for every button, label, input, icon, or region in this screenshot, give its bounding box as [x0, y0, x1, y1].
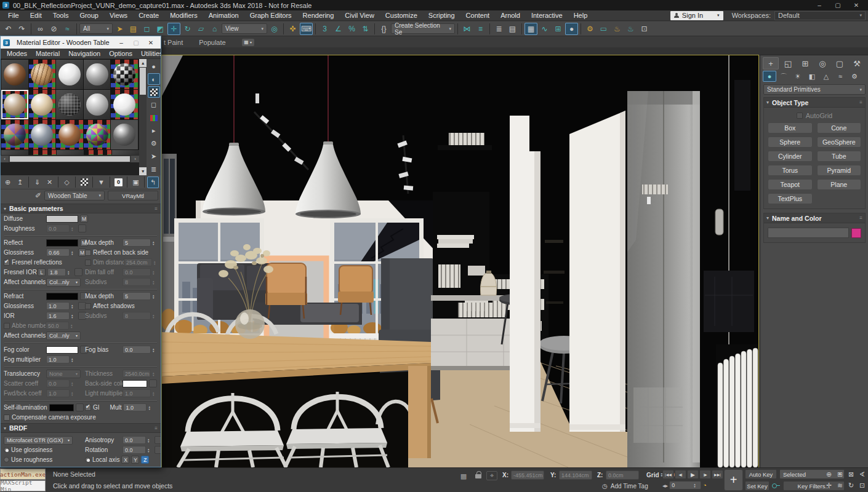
tab-object-paint[interactable]: t Paint — [164, 39, 183, 46]
axis-y-button[interactable]: Y — [131, 456, 139, 464]
geosphere-button[interactable]: GeoSphere — [817, 137, 862, 148]
rectangular-selection-icon[interactable]: ◻ — [140, 23, 153, 35]
material-sample-slot-selected[interactable] — [1, 90, 28, 119]
abbe-checkbox[interactable] — [4, 323, 10, 329]
box-button[interactable]: Box — [768, 122, 813, 133]
field-of-view-icon[interactable]: ∢ — [857, 469, 867, 480]
maxscript-mini-button[interactable]: MAXScript Min — [0, 480, 46, 491]
percent-snap-icon[interactable]: % — [345, 23, 358, 35]
white-wall-right[interactable] — [569, 111, 625, 432]
options-icon[interactable]: ⚙ — [148, 138, 160, 149]
zoom-all-icon[interactable]: ⊞ — [835, 469, 845, 480]
minimize-icon[interactable]: – — [114, 38, 129, 47]
select-object-icon[interactable]: ➤ — [113, 23, 126, 35]
material-sample-slot[interactable] — [84, 90, 111, 119]
menu-help[interactable]: Help — [568, 12, 593, 19]
restore-icon[interactable]: ▢ — [129, 38, 143, 47]
named-selection-dropdown[interactable]: Create Selection Se▾ — [391, 23, 455, 34]
ribbon-config-icon[interactable]: ▦▾ — [242, 39, 254, 46]
fog-bias-field[interactable]: 0.0 — [123, 346, 151, 354]
eyedropper-icon[interactable]: ✐ — [35, 191, 41, 200]
bind-spacewarp-icon[interactable]: ≈ — [61, 23, 74, 35]
isolate-selection-icon[interactable]: ▩ — [458, 471, 469, 481]
primitive-category-dropdown[interactable]: Standard Primitives▾ — [763, 84, 866, 95]
scrollbar-thumb[interactable] — [10, 156, 130, 162]
sample-vertical-scrollbar[interactable]: ▲ ▼ — [139, 59, 147, 175]
menu-graph-editors[interactable]: Graph Editors — [244, 12, 297, 19]
material-editor-icon[interactable]: ● — [565, 23, 578, 35]
lock-selection-icon[interactable] — [475, 471, 482, 479]
select-and-scale-icon[interactable]: ▱ — [195, 23, 207, 35]
fog-multiplier-field[interactable]: 1.0 — [46, 355, 70, 363]
workspace-dropdown[interactable]: Default ▾ — [774, 11, 866, 20]
set-keys-button[interactable]: + — [724, 469, 743, 491]
diffuse-map-button[interactable]: M — [80, 215, 88, 223]
activeshade-icon[interactable]: ⊡ — [638, 23, 651, 35]
snap-3d-icon[interactable]: 3 — [318, 23, 331, 35]
menu-tools[interactable]: Tools — [47, 12, 74, 19]
sphere-button[interactable]: Sphere — [768, 137, 813, 148]
menu-edit[interactable]: Edit — [25, 12, 47, 19]
auto-key-button[interactable]: Auto Key — [745, 469, 777, 479]
diffuse-color-swatch[interactable] — [46, 215, 78, 223]
gi-checkbox[interactable] — [85, 405, 91, 411]
go-to-start-button[interactable]: |◀◀ — [662, 470, 674, 479]
refract-affect-channels-dropdown[interactable]: Col...nly▾ — [46, 331, 81, 340]
scroll-left-icon[interactable]: ‹ — [1, 156, 9, 162]
fwdbck-coeff-field[interactable]: 1.0 — [46, 389, 70, 397]
scroll-right-icon[interactable]: › — [131, 156, 139, 162]
material-sample-slot[interactable] — [29, 120, 56, 149]
material-sample-slot[interactable] — [56, 60, 83, 89]
plane-button[interactable]: Plane — [817, 179, 862, 190]
white-column[interactable] — [510, 116, 540, 432]
menu-modes[interactable]: Modes — [2, 50, 31, 57]
fresnel-ior-lock-button[interactable]: L — [38, 268, 46, 276]
scroll-down-icon[interactable]: ▼ — [139, 167, 147, 175]
link-icon[interactable]: ∞ — [34, 23, 47, 35]
self-illumination-map-button[interactable] — [76, 403, 84, 411]
put-to-scene-icon[interactable]: ↥ — [14, 177, 26, 188]
backlight-icon[interactable]: ◐ — [148, 73, 160, 85]
material-sample-slot[interactable] — [84, 60, 111, 89]
show-background-icon[interactable] — [78, 177, 90, 188]
selection-filter-dropdown[interactable]: All▾ — [79, 23, 113, 34]
menu-civil-view[interactable]: Civil View — [339, 12, 379, 19]
utilities-tab-icon[interactable]: ⚒ — [849, 57, 865, 69]
hierarchy-tab-icon[interactable]: ⊞ — [797, 57, 813, 69]
menu-options[interactable]: Options — [105, 50, 137, 57]
next-frame-button[interactable]: |▶ — [699, 470, 711, 479]
scene-explorer-icon[interactable]: ▤ — [506, 23, 519, 35]
window-crossing-icon[interactable]: ◩ — [154, 23, 167, 35]
y-coordinate-field[interactable]: 144.104cm — [559, 470, 592, 480]
create-tab-icon[interactable]: + — [763, 57, 779, 69]
sample-uv-tiling-icon[interactable]: ◻ — [148, 99, 160, 111]
pyramid-button[interactable]: Pyramid — [817, 165, 862, 176]
align-icon[interactable]: ≡ — [474, 23, 487, 35]
teapot-button[interactable]: Teapot — [768, 179, 813, 190]
radiator[interactable] — [716, 344, 758, 467]
redo-icon[interactable]: ↷ — [15, 23, 28, 35]
reference-coordinate-dropdown[interactable]: View▾ — [222, 23, 267, 34]
menu-modifiers[interactable]: Modifiers — [164, 12, 203, 19]
orbit-icon[interactable]: ↻ — [846, 480, 856, 491]
cameras-category-icon[interactable]: ◧ — [805, 71, 819, 82]
undo-icon[interactable]: ↶ — [2, 23, 15, 35]
material-type-button[interactable]: VRayMtl — [108, 191, 158, 200]
object-type-header[interactable]: ▾ Object Type ≡ — [764, 98, 865, 108]
fresnel-ior-field[interactable]: 1.8 — [47, 268, 66, 276]
named-selection-sets-icon[interactable]: {} — [377, 23, 390, 35]
keyboard-override-icon[interactable]: ⌨ — [300, 23, 313, 35]
mirror-icon[interactable]: ⋈ — [460, 23, 473, 35]
menu-create[interactable]: Create — [133, 12, 164, 19]
background-icon[interactable] — [148, 86, 160, 98]
sample-horizontal-scrollbar[interactable]: ‹ › — [1, 155, 139, 162]
fresnel-ior-map-button[interactable] — [74, 268, 82, 276]
rotation-map-button[interactable] — [155, 446, 161, 454]
glossiness-field[interactable]: 0.66 — [46, 248, 70, 256]
scrollbar-thumb[interactable] — [140, 68, 146, 95]
ior-field[interactable]: 1.6 — [46, 312, 70, 320]
render-production-icon[interactable]: ♨ — [611, 23, 624, 35]
light-multiplier-field[interactable]: 1.0 — [123, 389, 151, 397]
material-map-navigator-icon[interactable]: ≣ — [148, 164, 160, 175]
systems-category-icon[interactable]: ⚙ — [848, 71, 861, 82]
